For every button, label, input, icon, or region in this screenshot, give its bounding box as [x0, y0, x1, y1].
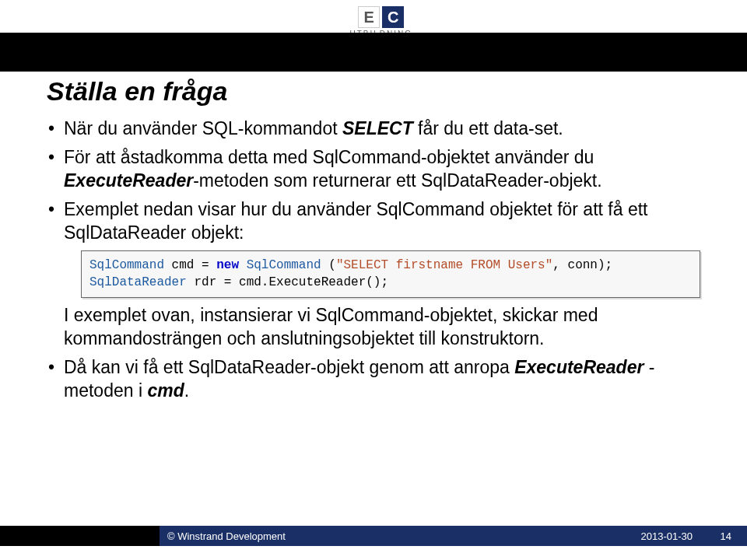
- content-area: Ställa en fråga När du använder SQL-komm…: [47, 76, 700, 408]
- bullet-3: Exemplet nedan visar hur du använder Sql…: [47, 198, 700, 350]
- code-plain-5: rdr = cmd.ExecuteReader();: [187, 275, 388, 289]
- bullet-list: När du använder SQL-kommandot SELECT får…: [47, 117, 700, 402]
- slide-title: Ställa en fråga: [47, 76, 700, 107]
- code-type-1: SqlCommand: [89, 258, 164, 272]
- bullet-1-text-a: När du använder SQL-kommandot: [64, 118, 342, 138]
- bullet-1: När du använder SQL-kommandot SELECT får…: [47, 117, 700, 140]
- logo-letter-e: E: [358, 6, 380, 28]
- code-plain-2: [239, 258, 247, 272]
- bullet-1-keyword: SELECT: [342, 118, 413, 138]
- bullet-4: Då kan vi få ett SqlDataReader-objekt ge…: [47, 356, 700, 402]
- slide: E C UTBILDNING Ställa en fråga När du an…: [0, 0, 747, 560]
- code-plain-3: (: [321, 258, 336, 272]
- logo-letter-c: C: [382, 6, 404, 28]
- code-keyword-new: new: [216, 258, 239, 272]
- title-bar: [0, 33, 747, 72]
- bullet-4-text-e: .: [184, 380, 189, 401]
- bullet-2-text-a: För att åstadkomma detta med SqlCommand-…: [64, 147, 594, 167]
- bullet-2-keyword: ExecuteReader: [64, 170, 193, 191]
- bullet-4-keyword-2: cmd: [147, 380, 184, 401]
- code-plain-4: , conn);: [552, 258, 612, 272]
- code-plain-1: cmd =: [164, 258, 216, 272]
- code-type-2: SqlCommand: [247, 258, 321, 272]
- footer-left-block: [0, 526, 160, 546]
- bullet-3-text: Exemplet nedan visar hur du använder Sql…: [64, 199, 647, 242]
- code-example: SqlCommand cmd = new SqlCommand ("SELECT…: [81, 250, 700, 298]
- code-type-3: SqlDataReader: [89, 275, 187, 289]
- footer-page-number: 14: [721, 530, 731, 542]
- bullet-4-text-a: Då kan vi få ett SqlDataReader-objekt ge…: [64, 357, 514, 377]
- footer-date: 2013-01-30: [641, 530, 693, 542]
- code-string-1: "SELECT firstname FROM Users": [336, 258, 552, 272]
- bullet-4-keyword-1: ExecuteReader: [514, 357, 644, 377]
- footer-copyright: © Winstrand Development: [167, 530, 286, 542]
- logo-box: E C: [358, 6, 404, 28]
- bullet-2: För att åstadkomma detta med SqlCommand-…: [47, 146, 700, 192]
- bullet-1-text-c: får du ett data-set.: [413, 118, 563, 138]
- footer: © Winstrand Development 2013-01-30 14: [0, 526, 747, 546]
- bullet-2-text-c: -metoden som returnerar ett SqlDataReade…: [193, 170, 601, 191]
- bullet-3-subtext: I exemplet ovan, instansierar vi SqlComm…: [64, 304, 700, 350]
